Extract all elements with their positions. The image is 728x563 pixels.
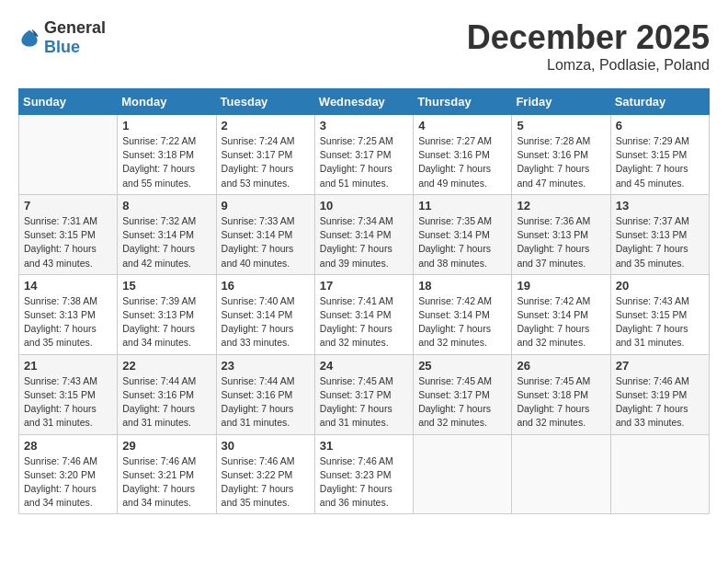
- calendar-cell: 14Sunrise: 7:38 AMSunset: 3:13 PMDayligh…: [19, 274, 118, 354]
- sunset-time: Sunset: 3:16 PM: [122, 389, 194, 400]
- day-number: 24: [320, 359, 408, 373]
- sunset-time: Sunset: 3:22 PM: [222, 469, 293, 480]
- sunset-time: Sunset: 3:16 PM: [418, 149, 490, 160]
- cell-info: Sunrise: 7:36 AMSunset: 3:13 PMDaylight:…: [517, 214, 605, 270]
- sunrise-time: Sunrise: 7:46 AM: [616, 375, 689, 386]
- cell-info: Sunrise: 7:46 AMSunset: 3:22 PMDaylight:…: [222, 454, 310, 511]
- sunrise-time: Sunrise: 7:46 AM: [122, 455, 196, 466]
- calendar-week-2: 7Sunrise: 7:31 AMSunset: 3:15 PMDaylight…: [19, 194, 710, 274]
- calendar-week-1: 1Sunrise: 7:22 AMSunset: 3:18 PMDaylight…: [19, 115, 710, 195]
- sunrise-time: Sunrise: 7:44 AM: [222, 375, 295, 386]
- cell-info: Sunrise: 7:46 AMSunset: 3:20 PMDaylight:…: [24, 454, 112, 511]
- day-number: 22: [122, 359, 210, 373]
- day-number: 30: [222, 439, 310, 453]
- daylight-hours: Daylight: 7 hours and 39 minutes.: [320, 243, 392, 268]
- sunrise-time: Sunrise: 7:43 AM: [24, 375, 97, 386]
- cell-info: Sunrise: 7:34 AMSunset: 3:14 PMDaylight:…: [320, 214, 408, 270]
- sunset-time: Sunset: 3:13 PM: [517, 229, 588, 240]
- title-block: December 2025 Lomza, Podlasie, Poland: [467, 18, 710, 74]
- sunset-time: Sunset: 3:13 PM: [24, 309, 96, 320]
- sunrise-time: Sunrise: 7:45 AM: [418, 375, 492, 386]
- calendar-cell: 12Sunrise: 7:36 AMSunset: 3:13 PMDayligh…: [512, 194, 610, 274]
- calendar-cell: 24Sunrise: 7:45 AMSunset: 3:17 PMDayligh…: [314, 354, 413, 434]
- sunset-time: Sunset: 3:13 PM: [122, 309, 194, 320]
- calendar-cell: 8Sunrise: 7:32 AMSunset: 3:14 PMDaylight…: [118, 194, 216, 274]
- day-number: 26: [517, 359, 605, 373]
- calendar-cell: 19Sunrise: 7:42 AMSunset: 3:14 PMDayligh…: [512, 274, 610, 354]
- cell-info: Sunrise: 7:43 AMSunset: 3:15 PMDaylight:…: [24, 374, 112, 431]
- cell-info: Sunrise: 7:42 AMSunset: 3:14 PMDaylight:…: [418, 294, 506, 350]
- daylight-hours: Daylight: 7 hours and 43 minutes.: [24, 243, 97, 268]
- calendar-cell: 10Sunrise: 7:34 AMSunset: 3:14 PMDayligh…: [314, 194, 413, 274]
- sunrise-time: Sunrise: 7:37 AM: [616, 215, 689, 226]
- cell-info: Sunrise: 7:32 AMSunset: 3:14 PMDaylight:…: [122, 214, 210, 270]
- cell-info: Sunrise: 7:46 AMSunset: 3:23 PMDaylight:…: [320, 454, 408, 511]
- page-header: General Blue December 2025 Lomza, Podlas…: [18, 18, 710, 74]
- sunrise-time: Sunrise: 7:43 AM: [616, 295, 689, 306]
- daylight-hours: Daylight: 7 hours and 31 minutes.: [320, 403, 392, 428]
- day-number: 5: [517, 119, 605, 132]
- calendar-cell: 20Sunrise: 7:43 AMSunset: 3:15 PMDayligh…: [610, 274, 709, 354]
- calendar-cell: 18Sunrise: 7:42 AMSunset: 3:14 PMDayligh…: [414, 274, 512, 354]
- sunrise-time: Sunrise: 7:24 AM: [222, 135, 295, 146]
- calendar-cell: 13Sunrise: 7:37 AMSunset: 3:13 PMDayligh…: [610, 194, 709, 274]
- cell-info: Sunrise: 7:45 AMSunset: 3:17 PMDaylight:…: [418, 374, 506, 431]
- day-number: 14: [24, 279, 112, 293]
- day-number: 2: [222, 119, 310, 132]
- cell-info: Sunrise: 7:39 AMSunset: 3:13 PMDaylight:…: [122, 294, 210, 350]
- daylight-hours: Daylight: 7 hours and 31 minutes.: [122, 403, 195, 428]
- sunset-time: Sunset: 3:23 PM: [320, 469, 392, 480]
- sunrise-time: Sunrise: 7:35 AM: [418, 215, 492, 226]
- cell-info: Sunrise: 7:25 AMSunset: 3:17 PMDaylight:…: [320, 134, 408, 190]
- day-number: 19: [517, 279, 605, 293]
- cell-info: Sunrise: 7:46 AMSunset: 3:19 PMDaylight:…: [616, 374, 704, 431]
- cell-info: Sunrise: 7:42 AMSunset: 3:14 PMDaylight:…: [517, 294, 605, 350]
- sunset-time: Sunset: 3:16 PM: [517, 149, 588, 160]
- weekday-header-thursday: Thursday: [414, 89, 512, 115]
- day-number: 21: [24, 359, 112, 373]
- weekday-header-monday: Monday: [118, 89, 216, 115]
- sunset-time: Sunset: 3:15 PM: [24, 229, 96, 240]
- calendar-cell: 3Sunrise: 7:25 AMSunset: 3:17 PMDaylight…: [314, 115, 413, 195]
- calendar-table: SundayMondayTuesdayWednesdayThursdayFrid…: [18, 88, 710, 514]
- calendar-cell: [19, 115, 118, 195]
- day-number: 31: [320, 439, 408, 453]
- sunset-time: Sunset: 3:16 PM: [222, 389, 293, 400]
- day-number: 29: [122, 439, 210, 453]
- calendar-cell: 29Sunrise: 7:46 AMSunset: 3:21 PMDayligh…: [118, 434, 216, 514]
- calendar-cell: 23Sunrise: 7:44 AMSunset: 3:16 PMDayligh…: [216, 354, 314, 434]
- sunset-time: Sunset: 3:14 PM: [222, 229, 293, 240]
- cell-info: Sunrise: 7:22 AMSunset: 3:18 PMDaylight:…: [122, 134, 210, 190]
- day-number: 11: [418, 199, 506, 213]
- sunset-time: Sunset: 3:14 PM: [418, 309, 490, 320]
- sunrise-time: Sunrise: 7:36 AM: [517, 215, 590, 226]
- cell-info: Sunrise: 7:38 AMSunset: 3:13 PMDaylight:…: [24, 294, 112, 350]
- logo: General Blue: [18, 18, 106, 57]
- daylight-hours: Daylight: 7 hours and 35 minutes.: [24, 323, 97, 348]
- sunrise-time: Sunrise: 7:42 AM: [517, 295, 590, 306]
- sunrise-time: Sunrise: 7:31 AM: [24, 215, 97, 226]
- day-number: 3: [320, 119, 408, 132]
- calendar-cell: 11Sunrise: 7:35 AMSunset: 3:14 PMDayligh…: [414, 194, 512, 274]
- weekday-header-sunday: Sunday: [19, 89, 118, 115]
- daylight-hours: Daylight: 7 hours and 31 minutes.: [616, 323, 688, 348]
- sunset-time: Sunset: 3:13 PM: [616, 229, 688, 240]
- day-number: 20: [616, 279, 704, 293]
- daylight-hours: Daylight: 7 hours and 34 minutes.: [122, 483, 195, 508]
- daylight-hours: Daylight: 7 hours and 36 minutes.: [320, 483, 392, 508]
- day-number: 7: [24, 199, 112, 213]
- calendar-cell: 6Sunrise: 7:29 AMSunset: 3:15 PMDaylight…: [610, 115, 709, 195]
- day-number: 25: [418, 359, 506, 373]
- sunset-time: Sunset: 3:15 PM: [24, 389, 96, 400]
- weekday-header-friday: Friday: [512, 89, 610, 115]
- daylight-hours: Daylight: 7 hours and 49 minutes.: [418, 163, 491, 188]
- daylight-hours: Daylight: 7 hours and 35 minutes.: [616, 243, 688, 268]
- daylight-hours: Daylight: 7 hours and 34 minutes.: [122, 323, 195, 348]
- daylight-hours: Daylight: 7 hours and 47 minutes.: [517, 163, 589, 188]
- logo-text: General Blue: [44, 18, 106, 57]
- cell-info: Sunrise: 7:41 AMSunset: 3:14 PMDaylight:…: [320, 294, 408, 350]
- sunset-time: Sunset: 3:14 PM: [122, 229, 194, 240]
- sunrise-time: Sunrise: 7:33 AM: [222, 215, 295, 226]
- cell-info: Sunrise: 7:44 AMSunset: 3:16 PMDaylight:…: [122, 374, 210, 431]
- day-number: 23: [222, 359, 310, 373]
